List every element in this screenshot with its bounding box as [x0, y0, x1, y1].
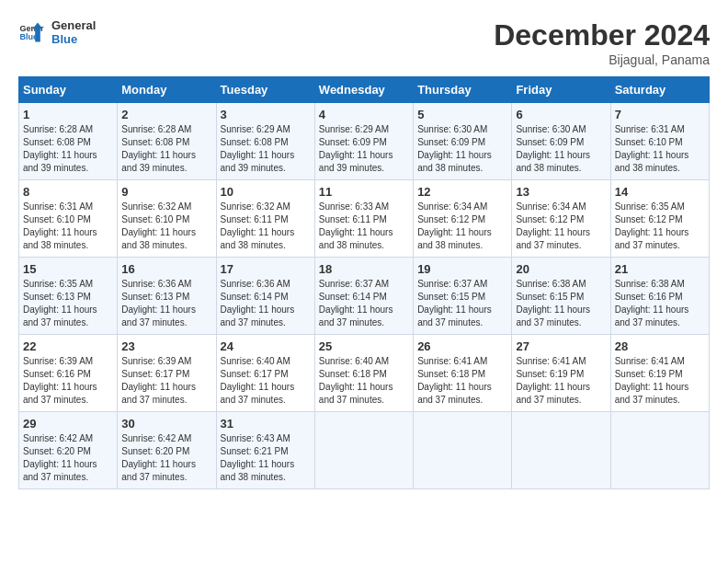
- cell-sunset: Sunset: 6:12 PM: [615, 214, 683, 224]
- day-number: 24: [221, 339, 311, 353]
- cell-sunrise: Sunrise: 6:28 AM: [121, 124, 191, 134]
- table-row: [414, 412, 512, 489]
- cell-sunrise: Sunrise: 6:41 AM: [417, 356, 487, 366]
- table-row: 31 Sunrise: 6:43 AM Sunset: 6:21 PM Dayl…: [216, 412, 314, 489]
- cell-sunrise: Sunrise: 6:32 AM: [121, 201, 191, 212]
- day-number: 13: [516, 185, 606, 199]
- cell-sunrise: Sunrise: 6:29 AM: [221, 124, 290, 134]
- table-row: 24 Sunrise: 6:40 AM Sunset: 6:17 PM Dayl…: [216, 335, 314, 412]
- cell-daylight: Daylight: 11 hours and 38 minutes.: [319, 227, 393, 250]
- day-number: 2: [121, 108, 211, 121]
- cell-sunrise: Sunrise: 6:36 AM: [121, 279, 191, 289]
- cell-sunrise: Sunrise: 6:42 AM: [23, 433, 93, 443]
- cell-sunrise: Sunrise: 6:36 AM: [221, 279, 290, 289]
- cell-sunrise: Sunrise: 6:31 AM: [23, 201, 93, 212]
- table-row: 29 Sunrise: 6:42 AM Sunset: 6:20 PM Dayl…: [19, 412, 118, 489]
- table-row: 26 Sunrise: 6:41 AM Sunset: 6:18 PM Dayl…: [414, 335, 512, 412]
- table-row: 30 Sunrise: 6:42 AM Sunset: 6:20 PM Dayl…: [118, 412, 216, 489]
- cell-sunset: Sunset: 6:09 PM: [516, 137, 584, 147]
- cell-sunset: Sunset: 6:20 PM: [23, 446, 91, 456]
- cell-daylight: Daylight: 11 hours and 37 minutes.: [221, 382, 295, 405]
- cell-sunrise: Sunrise: 6:38 AM: [516, 279, 586, 289]
- day-number: 28: [615, 339, 705, 353]
- cell-sunrise: Sunrise: 6:38 AM: [615, 279, 685, 289]
- cell-daylight: Daylight: 11 hours and 37 minutes.: [319, 304, 393, 327]
- cell-sunset: Sunset: 6:12 PM: [417, 214, 485, 224]
- table-row: 19 Sunrise: 6:37 AM Sunset: 6:15 PM Dayl…: [414, 258, 512, 335]
- cell-daylight: Daylight: 11 hours and 37 minutes.: [121, 459, 196, 482]
- day-number: 25: [319, 339, 409, 353]
- cell-sunrise: Sunrise: 6:41 AM: [615, 356, 685, 366]
- cell-sunrise: Sunrise: 6:40 AM: [319, 356, 389, 366]
- logo-general: General: [51, 18, 96, 32]
- day-number: 26: [417, 339, 507, 353]
- title-block: December 2024 Bijagual, Panama: [494, 18, 710, 67]
- cell-sunset: Sunset: 6:09 PM: [319, 137, 387, 147]
- cell-sunset: Sunset: 6:15 PM: [417, 292, 485, 302]
- month-year-title: December 2024: [494, 18, 710, 52]
- cell-daylight: Daylight: 11 hours and 38 minutes.: [417, 227, 492, 250]
- cell-daylight: Daylight: 11 hours and 38 minutes.: [221, 459, 295, 482]
- cell-daylight: Daylight: 11 hours and 37 minutes.: [516, 304, 590, 327]
- cell-sunset: Sunset: 6:16 PM: [615, 292, 683, 302]
- table-row: 11 Sunrise: 6:33 AM Sunset: 6:11 PM Dayl…: [314, 180, 413, 258]
- cell-sunset: Sunset: 6:10 PM: [23, 214, 91, 224]
- day-number: 16: [121, 262, 211, 276]
- cell-sunset: Sunset: 6:16 PM: [23, 369, 91, 379]
- cell-daylight: Daylight: 11 hours and 37 minutes.: [516, 227, 590, 250]
- cell-sunrise: Sunrise: 6:37 AM: [417, 279, 487, 289]
- cell-daylight: Daylight: 11 hours and 38 minutes.: [121, 227, 196, 250]
- day-number: 19: [417, 262, 507, 276]
- cell-sunset: Sunset: 6:15 PM: [516, 292, 584, 302]
- day-number: 30: [121, 417, 211, 431]
- cell-sunset: Sunset: 6:10 PM: [615, 137, 683, 147]
- col-thursday: Thursday: [414, 77, 512, 103]
- table-row: [314, 412, 413, 489]
- table-row: [512, 412, 610, 489]
- cell-sunrise: Sunrise: 6:35 AM: [23, 279, 93, 289]
- cell-daylight: Daylight: 11 hours and 39 minutes.: [121, 150, 196, 173]
- cell-sunset: Sunset: 6:08 PM: [221, 137, 289, 147]
- cell-sunrise: Sunrise: 6:29 AM: [319, 124, 389, 134]
- cell-sunrise: Sunrise: 6:34 AM: [417, 201, 487, 212]
- cell-daylight: Daylight: 11 hours and 37 minutes.: [417, 382, 492, 405]
- day-number: 21: [615, 262, 705, 276]
- day-number: 22: [23, 339, 113, 353]
- svg-text:Blue: Blue: [19, 32, 38, 41]
- cell-daylight: Daylight: 11 hours and 37 minutes.: [23, 382, 97, 405]
- table-row: 4 Sunrise: 6:29 AM Sunset: 6:09 PM Dayli…: [314, 103, 413, 180]
- table-row: 1 Sunrise: 6:28 AM Sunset: 6:08 PM Dayli…: [19, 103, 118, 180]
- table-row: 12 Sunrise: 6:34 AM Sunset: 6:12 PM Dayl…: [414, 180, 512, 258]
- col-wednesday: Wednesday: [314, 77, 413, 103]
- cell-sunset: Sunset: 6:17 PM: [221, 369, 289, 379]
- calendar-week-row: 15 Sunrise: 6:35 AM Sunset: 6:13 PM Dayl…: [19, 258, 710, 335]
- cell-sunrise: Sunrise: 6:31 AM: [615, 124, 685, 134]
- cell-sunrise: Sunrise: 6:40 AM: [221, 356, 290, 366]
- cell-sunrise: Sunrise: 6:32 AM: [221, 201, 290, 212]
- day-number: 11: [319, 185, 409, 199]
- cell-sunset: Sunset: 6:18 PM: [319, 369, 387, 379]
- table-row: 15 Sunrise: 6:35 AM Sunset: 6:13 PM Dayl…: [19, 258, 118, 335]
- cell-daylight: Daylight: 11 hours and 38 minutes.: [417, 150, 492, 173]
- cell-daylight: Daylight: 11 hours and 39 minutes.: [221, 150, 295, 173]
- col-friday: Friday: [512, 77, 610, 103]
- cell-daylight: Daylight: 11 hours and 37 minutes.: [417, 304, 492, 327]
- day-number: 29: [23, 417, 113, 431]
- table-row: 22 Sunrise: 6:39 AM Sunset: 6:16 PM Dayl…: [19, 335, 118, 412]
- day-number: 1: [23, 108, 113, 121]
- cell-sunset: Sunset: 6:20 PM: [121, 446, 189, 456]
- day-number: 23: [121, 339, 211, 353]
- col-monday: Monday: [118, 77, 216, 103]
- cell-sunset: Sunset: 6:13 PM: [23, 292, 91, 302]
- cell-daylight: Daylight: 11 hours and 37 minutes.: [319, 382, 393, 405]
- col-saturday: Saturday: [610, 77, 709, 103]
- cell-daylight: Daylight: 11 hours and 37 minutes.: [23, 459, 97, 482]
- table-row: 6 Sunrise: 6:30 AM Sunset: 6:09 PM Dayli…: [512, 103, 610, 180]
- cell-sunrise: Sunrise: 6:30 AM: [417, 124, 487, 134]
- table-row: 17 Sunrise: 6:36 AM Sunset: 6:14 PM Dayl…: [216, 258, 314, 335]
- calendar-header-row: Sunday Monday Tuesday Wednesday Thursday…: [19, 77, 710, 103]
- cell-sunrise: Sunrise: 6:43 AM: [221, 433, 290, 443]
- cell-sunset: Sunset: 6:17 PM: [121, 369, 189, 379]
- cell-sunset: Sunset: 6:08 PM: [121, 137, 189, 147]
- cell-sunset: Sunset: 6:19 PM: [615, 369, 683, 379]
